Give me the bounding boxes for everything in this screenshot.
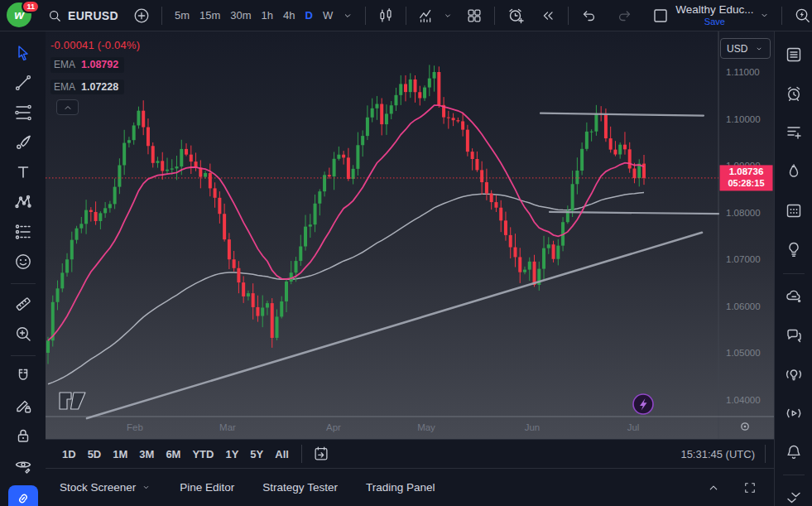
layout-select-button[interactable] — [647, 2, 674, 29]
tool-drawing-sync[interactable] — [9, 396, 37, 416]
chart-style-button[interactable] — [373, 3, 398, 28]
svg-text:Mar: Mar — [219, 422, 236, 432]
layout-title[interactable]: Wealthy Educ... — [675, 4, 753, 17]
legend-collapse-button[interactable] — [56, 99, 79, 115]
ema-fast-row[interactable]: EMA 1.08792 — [50, 57, 124, 73]
cursor-icon — [13, 43, 33, 63]
tool-hide-drawings[interactable] — [9, 455, 37, 475]
range-all[interactable]: All — [269, 445, 295, 464]
live-ideas-button[interactable] — [782, 364, 805, 384]
panel-expand-button[interactable] — [703, 477, 724, 499]
tool-forecast[interactable] — [9, 222, 37, 242]
timeframe-5m[interactable]: 5m — [170, 6, 195, 25]
price-chart[interactable]: 1.110001.100001.090001.080001.070001.060… — [46, 31, 774, 439]
right-sidebar — [774, 31, 812, 506]
clock-utc[interactable]: 15:31:45 (UTC) — [680, 448, 755, 460]
layout-title-group[interactable]: Wealthy Educ... Save — [675, 4, 753, 27]
range-5y[interactable]: 5Y — [244, 445, 269, 464]
compare-add-symbol-button[interactable] — [129, 3, 154, 28]
tab-stock-screener[interactable]: Stock Screener — [60, 481, 151, 494]
tab-trading-panel[interactable]: Trading Panel — [366, 481, 435, 494]
bar-replay-button[interactable] — [536, 3, 560, 28]
minds-button[interactable] — [782, 287, 805, 306]
panel-maximize-button[interactable] — [739, 477, 761, 499]
timeframe-1d[interactable]: D — [300, 6, 318, 25]
create-alert-button[interactable] — [502, 2, 529, 29]
range-1d[interactable]: 1D — [56, 445, 82, 464]
link-icon — [14, 489, 32, 506]
undo-button[interactable] — [576, 3, 601, 28]
range-1y[interactable]: 1Y — [219, 445, 244, 464]
alert-clock-plus-icon — [506, 6, 526, 26]
timeframe-1h[interactable]: 1h — [257, 6, 278, 25]
toolbar-separator — [494, 7, 495, 25]
timeframe-15m[interactable]: 15m — [195, 6, 225, 25]
notes-button[interactable] — [782, 123, 805, 142]
tool-zoom-in[interactable] — [9, 324, 37, 344]
tool-magnet[interactable] — [9, 366, 37, 386]
calendar-grid-icon — [784, 200, 804, 220]
tool-brush[interactable] — [9, 133, 37, 152]
search-icon — [46, 7, 63, 24]
xabcd-pattern-icon — [13, 192, 33, 212]
range-6m[interactable]: 6M — [160, 445, 186, 464]
quick-search-button[interactable] — [790, 2, 812, 28]
redo-arrow-icon — [616, 7, 634, 25]
tool-text[interactable] — [9, 162, 37, 182]
svg-text:1.07000: 1.07000 — [726, 254, 761, 264]
currency-select[interactable]: USD — [720, 38, 771, 59]
streams-button[interactable] — [782, 403, 805, 423]
indicator-templates-button[interactable] — [439, 7, 457, 25]
range-5d[interactable]: 5D — [82, 445, 108, 464]
tab-pine-editor[interactable]: Pine Editor — [180, 481, 234, 494]
timeframe-1w[interactable]: W — [318, 6, 338, 25]
left-drawing-toolbar — [0, 31, 46, 506]
ema-slow-label: EMA — [54, 82, 75, 92]
notifications-button[interactable] — [782, 442, 805, 462]
hotlists-button[interactable] — [782, 161, 805, 181]
tool-ruler[interactable] — [9, 294, 37, 314]
svg-text:1.05000: 1.05000 — [726, 348, 761, 358]
watchlist-icon — [784, 45, 804, 65]
svg-text:1.11000: 1.11000 — [726, 67, 760, 77]
range-3m[interactable]: 3M — [133, 445, 160, 464]
timeframe-30m[interactable]: 30m — [225, 6, 256, 25]
layout-menu-button[interactable] — [755, 6, 774, 25]
thought-cloud-icon — [784, 287, 804, 306]
collapse-panel-button[interactable] — [782, 488, 805, 506]
tool-fib-retracement[interactable] — [9, 103, 37, 123]
range-1m[interactable]: 1M — [107, 445, 133, 464]
timeframe-menu-button[interactable] — [338, 6, 358, 26]
tool-lock-drawings[interactable] — [9, 426, 37, 446]
redo-button[interactable] — [613, 3, 637, 28]
symbol-search[interactable]: EURUSD — [46, 7, 118, 24]
alerts-button[interactable] — [782, 84, 805, 104]
ema-slow-row[interactable]: EMA 1.07228 — [50, 80, 124, 95]
calendar-button[interactable] — [782, 200, 805, 220]
ema-fast-value: 1.08792 — [81, 60, 118, 70]
tool-link[interactable] — [8, 485, 38, 506]
tool-xabcd-pattern[interactable] — [9, 192, 37, 212]
user-avatar-logo[interactable]: w 11 — [7, 2, 33, 29]
brush-icon — [13, 133, 33, 152]
watchlist-button[interactable] — [782, 45, 805, 65]
tool-cursor[interactable] — [9, 43, 37, 63]
tab-strategy-tester[interactable]: Strategy Tester — [262, 481, 338, 494]
timeframe-4h[interactable]: 4h — [278, 6, 300, 25]
toolbar-separator — [161, 7, 162, 25]
sidebar-divider — [783, 475, 805, 475]
range-ytd[interactable]: YTD — [186, 445, 219, 464]
tool-trend-line[interactable] — [9, 73, 37, 93]
multichart-layout-button[interactable] — [462, 3, 487, 28]
chat-button[interactable] — [782, 325, 805, 345]
ideas-button[interactable] — [782, 239, 805, 259]
save-button[interactable]: Save — [704, 17, 725, 27]
svg-text:Feb: Feb — [127, 422, 143, 432]
indicators-button[interactable] — [414, 3, 439, 28]
symbol-name: EURUSD — [68, 9, 118, 22]
tab-label: Trading Panel — [366, 481, 435, 494]
undo-arrow-icon — [579, 7, 598, 25]
go-to-date-button[interactable] — [309, 441, 334, 466]
candles-style-icon — [377, 7, 395, 25]
tool-emoji[interactable] — [9, 252, 37, 272]
